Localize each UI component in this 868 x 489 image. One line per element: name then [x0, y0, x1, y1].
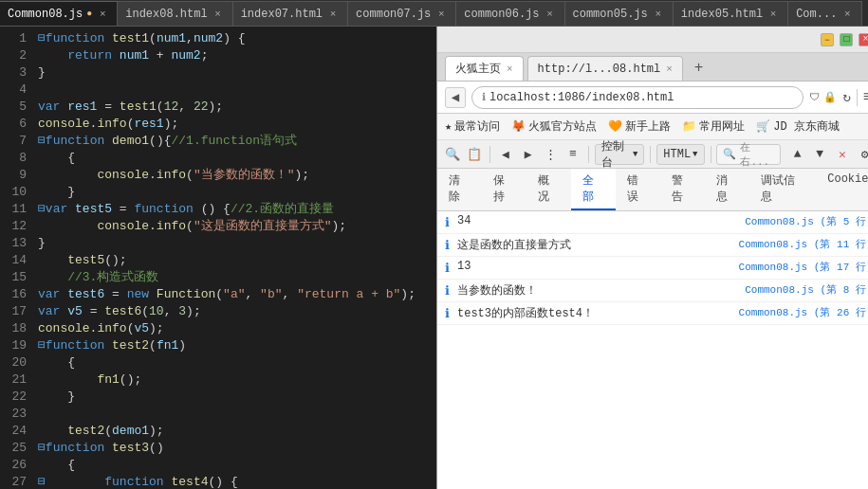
- bookmarks-bar: ★最常访问🦊火狐官方站点🧡新手上路📁常用网址🛒JD 京东商城: [437, 114, 868, 140]
- editor-tab-common08[interactable]: Common08.js●×: [0, 1, 118, 26]
- code-line: ⊟function demo1(){//1.function语句式: [34, 133, 436, 150]
- tab-close-btn[interactable]: ×: [544, 8, 557, 21]
- lock-icon: 🔒: [823, 91, 837, 103]
- line-number: 22: [0, 389, 27, 406]
- editor-tab-index07[interactable]: index07.html×: [233, 1, 348, 26]
- code-line: }: [34, 184, 436, 201]
- tab-close-btn[interactable]: ×: [326, 8, 340, 21]
- devtools-tab-错误[interactable]: 错误: [616, 169, 660, 210]
- devtools-tab-全部[interactable]: 全部: [571, 169, 616, 210]
- html-dropdown-arrow: ▼: [693, 150, 697, 159]
- modified-dot: ●: [86, 9, 92, 19]
- separator: [857, 89, 858, 106]
- step-icon[interactable]: ⋮: [541, 144, 560, 165]
- console-source[interactable]: Common08.js (第 11 行): [739, 237, 868, 251]
- devtools-tab-调试信息[interactable]: 调试信息: [749, 169, 816, 210]
- tab-close-btn[interactable]: ×: [840, 8, 854, 21]
- console-message: 当参数的函数！: [457, 282, 737, 299]
- browser-tab-close[interactable]: ×: [507, 63, 513, 75]
- console-row: ℹ 这是函数的直接量方式 Common08.js (第 11 行): [437, 234, 868, 257]
- maximize-button[interactable]: □: [840, 33, 853, 46]
- browser-tab-close[interactable]: ×: [666, 63, 673, 75]
- console-info-icon: ℹ: [445, 306, 450, 321]
- close-devtools-button[interactable]: ✕: [833, 144, 852, 165]
- line-number: 26: [0, 457, 27, 474]
- browser-tab-label: 火狐主页: [455, 61, 501, 77]
- back-devtools-button[interactable]: ◀: [496, 144, 515, 165]
- close-button[interactable]: ×: [859, 33, 868, 46]
- code-line: ⊟function test3(): [34, 440, 436, 457]
- expand-icon[interactable]: ▲: [788, 144, 807, 165]
- html-dropdown[interactable]: HTML ▼: [656, 144, 704, 165]
- editor-tab-index05[interactable]: index05.html×: [674, 1, 788, 26]
- line-number: 10: [0, 184, 27, 201]
- browser-tab-1[interactable]: http://l...08.html×: [527, 56, 683, 81]
- code-line: ⊟var test5 = function () {//2.函数的直接量: [34, 201, 436, 218]
- bookmark-item-4[interactable]: 🛒JD 京东商城: [756, 118, 840, 135]
- collapse-icon[interactable]: ▼: [810, 144, 829, 165]
- minimize-button[interactable]: －: [821, 33, 834, 46]
- settings-icon[interactable]: ⚙: [856, 144, 868, 165]
- editor-tab-com[interactable]: Com...×: [788, 1, 862, 26]
- refresh-button[interactable]: ↻: [842, 89, 850, 105]
- bookmark-item-2[interactable]: 🧡新手上路: [608, 118, 671, 135]
- code-area: 1234567891011121314151617181920212223242…: [0, 27, 436, 489]
- inspect-icon[interactable]: 🔍: [443, 144, 462, 165]
- console-message: 这是函数的直接量方式: [457, 237, 731, 253]
- console-source[interactable]: Common08.js (第 5 行): [745, 214, 868, 228]
- bookmark-item-3[interactable]: 📁常用网址: [682, 118, 745, 135]
- tab-close-btn[interactable]: ×: [766, 8, 780, 21]
- console-message: 34: [457, 214, 737, 227]
- line-numbers: 1234567891011121314151617181920212223242…: [0, 27, 34, 489]
- line-number: 24: [0, 423, 27, 440]
- more-button[interactable]: ≡: [863, 89, 868, 106]
- panel-dropdown[interactable]: 控制台 ▼: [595, 144, 645, 165]
- devtools-tab-保持[interactable]: 保持: [482, 169, 526, 210]
- console-output[interactable]: ℹ 34 Common08.js (第 5 行) ℹ 这是函数的直接量方式 Co…: [437, 211, 868, 489]
- console-info-icon: ℹ: [445, 283, 450, 299]
- tab-label: index07.html: [241, 8, 323, 21]
- tab-close-btn[interactable]: ×: [652, 8, 665, 21]
- editor-tab-common05[interactable]: common05.js×: [565, 1, 674, 26]
- devtools-tab-警告[interactable]: 警告: [660, 169, 705, 210]
- browser-tab-label: http://l...08.html: [538, 63, 661, 76]
- console-source[interactable]: Common08.js (第 26 行): [739, 305, 868, 319]
- console-info-icon: ℹ: [445, 238, 450, 253]
- devtools-tab-清除[interactable]: 清除: [437, 169, 482, 210]
- console-source[interactable]: Common08.js (第 17 行): [739, 260, 868, 274]
- bookmark-item-0[interactable]: ★最常访问: [445, 118, 500, 135]
- editor-tab-common06[interactable]: common06.js×: [456, 1, 564, 26]
- code-line: }: [34, 389, 436, 406]
- editor-tab-index08[interactable]: index08.html×: [118, 1, 232, 26]
- new-tab-button[interactable]: +: [687, 56, 711, 81]
- line-number: 16: [0, 286, 27, 303]
- line-number: 25: [0, 440, 27, 457]
- devtools-tab-cookie[interactable]: Cookie: [816, 169, 868, 210]
- url-field[interactable]: ℹ localhost:1086/index08.html: [471, 86, 803, 109]
- console-source[interactable]: Common08.js (第 8 行): [745, 282, 868, 297]
- line-number: 12: [0, 218, 27, 235]
- console-icon-btn[interactable]: 📋: [466, 144, 485, 165]
- bookmark-icon: 🧡: [608, 119, 622, 134]
- browser-tabs: 火狐主页×http://l...08.html×+: [437, 53, 868, 82]
- tab-close-btn[interactable]: ×: [212, 8, 225, 21]
- line-number: 23: [0, 406, 27, 423]
- back-button[interactable]: ◀: [445, 87, 466, 108]
- tab-close-btn[interactable]: ×: [96, 8, 109, 21]
- devtools-tab-消息[interactable]: 消息: [705, 169, 749, 210]
- tab-close-btn[interactable]: ×: [434, 8, 448, 21]
- search-placeholder: 在右...: [740, 140, 773, 169]
- search-box[interactable]: 🔍 在右...: [716, 144, 780, 165]
- editor-tab-common07[interactable]: common07.js×: [348, 1, 456, 26]
- tab-label: common06.js: [464, 8, 539, 21]
- more-devtools-icon[interactable]: ≡: [563, 144, 582, 165]
- line-number: 13: [0, 235, 27, 252]
- bookmark-item-1[interactable]: 🦊火狐官方站点: [511, 118, 597, 135]
- browser-tab-0[interactable]: 火狐主页×: [445, 56, 524, 81]
- code-content[interactable]: ⊟function test1(num1,num2) { return num1…: [34, 27, 436, 489]
- forward-devtools-button[interactable]: ▶: [519, 144, 538, 165]
- line-number: 3: [0, 64, 27, 82]
- devtools-tab-概况[interactable]: 概况: [526, 169, 571, 210]
- line-number: 4: [0, 82, 27, 99]
- code-editor: 1234567891011121314151617181920212223242…: [0, 27, 436, 489]
